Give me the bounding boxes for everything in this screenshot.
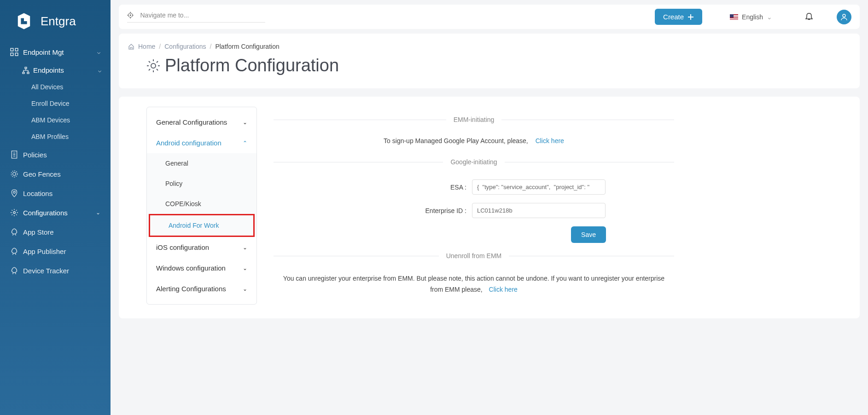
- sidebar-item-all-devices[interactable]: All Devices: [31, 79, 103, 95]
- sidebar-item-app-publisher[interactable]: App Publisher: [7, 242, 103, 261]
- sidebar-section-configurations[interactable]: Configurations ⌄: [7, 203, 103, 222]
- hierarchy-icon: [22, 67, 29, 74]
- create-button[interactable]: Create: [655, 9, 702, 25]
- svg-rect-0: [11, 48, 13, 51]
- sidebar-label: Endpoint Mgt: [23, 48, 64, 56]
- main-content: Create English ⌄ Home / Configurations /: [111, 0, 868, 415]
- section-unenroll: Unenroll from EMM: [274, 252, 674, 259]
- config-tree: General Configurations ⌄ Android configu…: [146, 107, 257, 305]
- location-icon: [10, 189, 18, 197]
- tree-sub-android-for-work[interactable]: Android For Work: [149, 214, 255, 237]
- unenroll-text: You can unregister your enterprise from …: [274, 273, 674, 295]
- chevron-down-icon: ⌄: [243, 119, 247, 126]
- sidebar-label: App Publisher: [23, 248, 66, 255]
- breadcrumb: Home / Configurations / Platform Configu…: [119, 39, 860, 54]
- breadcrumb-current: Platform Configuration: [215, 43, 279, 50]
- breadcrumb-home[interactable]: Home: [138, 43, 155, 50]
- separator: /: [159, 43, 161, 50]
- signup-text: To sign-up Managed Google Play Account, …: [384, 137, 528, 144]
- navigate-input[interactable]: [140, 12, 265, 19]
- content-card: Home / Configurations / Platform Configu…: [119, 34, 860, 88]
- brand-icon: [14, 11, 34, 31]
- breadcrumb-configurations[interactable]: Configurations: [164, 43, 206, 50]
- language-selector[interactable]: English ⌄: [730, 13, 772, 21]
- tree-windows-configuration[interactable]: Windows configuration ⌄: [147, 258, 256, 278]
- sidebar-item-endpoints[interactable]: Endpoints ⌵: [20, 62, 103, 79]
- tree-ios-configuration[interactable]: iOS configuration ⌄: [147, 237, 256, 258]
- tree-label: iOS configuration: [156, 243, 209, 251]
- tree-sub-general[interactable]: General: [147, 153, 256, 173]
- sidebar-item-abm-profiles[interactable]: ABM Profiles: [31, 128, 103, 145]
- page-title-row: Platform Configuration: [119, 54, 860, 88]
- rocket-icon: [10, 228, 18, 236]
- gear-icon: [10, 208, 18, 217]
- sidebar-section-endpoint-mgt[interactable]: Endpoint Mgt ⌵: [7, 42, 103, 62]
- signup-click-here-link[interactable]: Click here: [536, 137, 564, 144]
- chevron-down-icon: ⌄: [243, 265, 247, 271]
- chevron-up-icon: ⌵: [97, 49, 100, 55]
- config-body: EMM-initiating To sign-up Managed Google…: [264, 107, 688, 305]
- sidebar-item-enroll-device[interactable]: Enroll Device: [31, 95, 103, 112]
- user-icon: [840, 13, 848, 21]
- svg-point-11: [13, 212, 16, 214]
- sidebar-label: Configurations: [23, 209, 68, 217]
- svg-rect-2: [11, 53, 13, 56]
- tree-sub-policy[interactable]: Policy: [147, 173, 256, 194]
- section-label: Unenroll from EMM: [446, 252, 502, 259]
- navigate-search[interactable]: [127, 12, 265, 23]
- sidebar-label: Device Tracker: [23, 267, 69, 275]
- notifications-button[interactable]: [804, 12, 814, 22]
- plus-icon: [687, 14, 694, 20]
- svg-rect-1: [15, 48, 18, 51]
- chevron-down-icon: ⌄: [243, 286, 247, 292]
- svg-rect-3: [15, 53, 18, 56]
- enterprise-id-input[interactable]: [472, 203, 606, 218]
- sidebar-item-geo-fences[interactable]: Geo Fences: [7, 164, 103, 184]
- fence-icon: [10, 170, 18, 178]
- flag-us-icon: [730, 14, 738, 20]
- sidebar-item-abm-devices[interactable]: ABM Devices: [31, 112, 103, 128]
- tree-android-configuration[interactable]: Android configuration ⌃: [147, 133, 256, 153]
- chevron-up-icon: ⌃: [243, 140, 247, 146]
- sidebar-item-app-store[interactable]: App Store: [7, 222, 103, 242]
- user-avatar[interactable]: [837, 10, 851, 24]
- esa-label: ESA :: [342, 184, 466, 191]
- tree-general-configurations[interactable]: General Configurations ⌄: [147, 112, 256, 133]
- brand-logo[interactable]: Entgra: [0, 0, 111, 42]
- sidebar: Entgra Endpoint Mgt ⌵ Endpoints ⌵ All De…: [0, 0, 111, 415]
- svg-point-8: [13, 173, 16, 176]
- section-label: EMM-initiating: [454, 116, 495, 123]
- page-title: Platform Configuration: [165, 56, 339, 75]
- svg-point-10: [13, 191, 16, 194]
- svg-rect-6: [27, 72, 29, 74]
- unenroll-click-here-link[interactable]: Click here: [489, 286, 518, 293]
- chevron-down-icon: ⌄: [96, 209, 100, 216]
- tree-sub-cope-kiosk[interactable]: COPE/Kiosk: [147, 194, 256, 214]
- sidebar-item-device-tracker[interactable]: Device Tracker: [7, 261, 103, 280]
- svg-point-9: [11, 171, 17, 177]
- save-button[interactable]: Save: [571, 226, 606, 243]
- document-icon: [10, 150, 18, 159]
- sidebar-item-policies[interactable]: Policies: [7, 145, 103, 164]
- chevron-down-icon: ⌄: [767, 13, 772, 21]
- button-label: Create: [663, 13, 684, 21]
- svg-point-14: [843, 14, 845, 17]
- enterprise-id-row: Enterprise ID :: [274, 203, 674, 218]
- chevron-down-icon: ⌄: [243, 244, 247, 251]
- rocket-icon: [10, 247, 18, 255]
- signup-row: To sign-up Managed Google Play Account, …: [274, 137, 674, 144]
- sidebar-item-locations[interactable]: Locations: [7, 184, 103, 203]
- esa-row: ESA :: [274, 179, 674, 195]
- rocket-icon: [10, 266, 18, 275]
- tree-alerting-configurations[interactable]: Alerting Configurations ⌄: [147, 278, 256, 299]
- sidebar-label: Locations: [23, 190, 52, 197]
- esa-input[interactable]: [472, 179, 606, 195]
- tree-label: Android configuration: [156, 139, 221, 147]
- topbar: Create English ⌄: [119, 5, 860, 29]
- unenroll-body: You can unregister your enterprise from …: [283, 275, 664, 293]
- chevron-up-icon: ⌵: [98, 67, 101, 74]
- sidebar-label: App Store: [23, 228, 54, 236]
- svg-point-15: [151, 63, 156, 68]
- tree-label: Alerting Configurations: [156, 285, 226, 293]
- svg-rect-5: [23, 72, 24, 74]
